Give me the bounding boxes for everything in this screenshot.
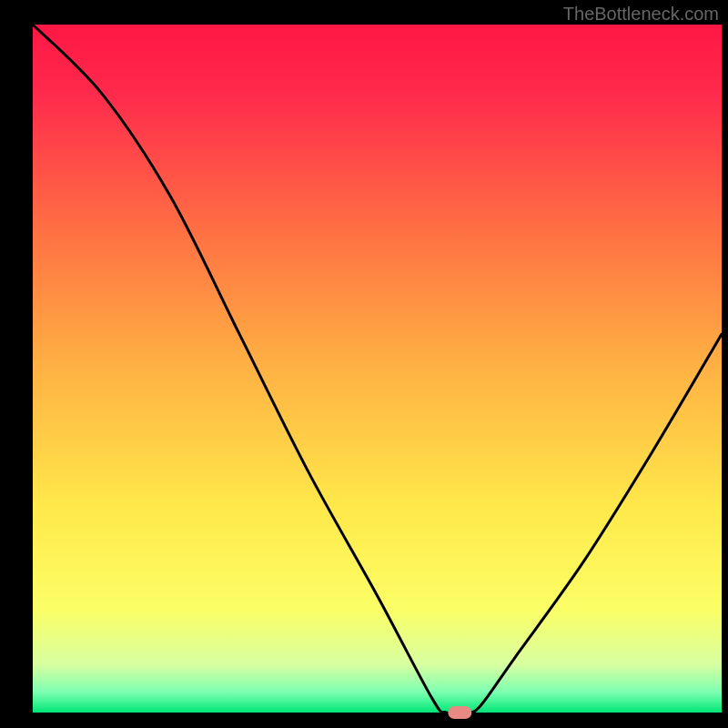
bottleneck-chart — [0, 0, 728, 728]
gradient-background — [33, 25, 722, 713]
chart-container: TheBottleneck.com — [0, 0, 728, 728]
optimal-marker — [448, 706, 471, 719]
watermark-text: TheBottleneck.com — [563, 4, 719, 25]
